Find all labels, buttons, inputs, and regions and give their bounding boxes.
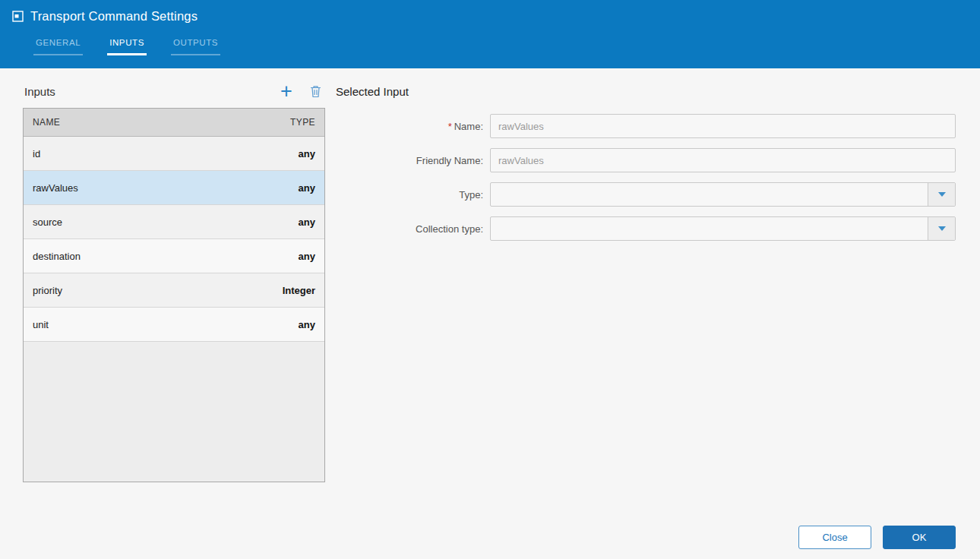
inputs-panel-actions: + xyxy=(277,81,325,101)
selected-input-panel: Selected Input *Name: Friendly Name: Typ… xyxy=(334,85,956,251)
tab-general[interactable]: GENERAL xyxy=(33,35,83,55)
tab-bar: GENERAL INPUTS OUTPUTS xyxy=(33,35,220,55)
selected-input-title: Selected Input xyxy=(334,85,956,98)
collection-type-select-value xyxy=(491,217,928,240)
friendly-name-input[interactable] xyxy=(490,148,956,172)
inputs-panel-title: Inputs xyxy=(23,85,55,98)
dialog-title-row: Transport Command Settings xyxy=(12,9,198,24)
table-row-destination[interactable]: destination any xyxy=(24,239,324,273)
tab-inputs[interactable]: INPUTS xyxy=(107,35,147,55)
table-row-unit[interactable]: unit any xyxy=(24,308,324,342)
plus-icon: + xyxy=(280,81,292,102)
name-label: *Name: xyxy=(334,121,490,132)
dialog-title: Transport Command Settings xyxy=(30,9,198,24)
type-label: Type: xyxy=(334,189,490,201)
required-marker: * xyxy=(448,121,452,132)
friendly-name-field-row: Friendly Name: xyxy=(334,148,956,172)
dialog-footer: Close OK xyxy=(798,526,956,549)
chevron-down-icon xyxy=(938,192,946,197)
inputs-table: NAME TYPE id any rawValues any source an… xyxy=(23,108,325,482)
table-row-priority[interactable]: priority Integer xyxy=(24,273,324,308)
dialog-header: Transport Command Settings GENERAL INPUT… xyxy=(0,0,980,68)
table-row-rawvalues[interactable]: rawValues any xyxy=(24,171,324,205)
collection-type-field-row: Collection type: xyxy=(334,216,956,241)
column-header-name: NAME xyxy=(33,117,60,128)
table-row-source[interactable]: source any xyxy=(24,205,324,239)
friendly-name-label: Friendly Name: xyxy=(334,155,490,166)
close-button[interactable]: Close xyxy=(798,526,871,549)
table-row-id[interactable]: id any xyxy=(24,137,324,171)
type-select-value xyxy=(491,183,928,206)
trash-icon xyxy=(310,85,321,98)
collection-type-select-button[interactable] xyxy=(928,217,955,240)
collection-type-label: Collection type: xyxy=(334,223,490,235)
ok-button[interactable]: OK xyxy=(883,526,956,549)
delete-input-button[interactable] xyxy=(305,81,325,101)
name-input[interactable] xyxy=(490,114,956,138)
name-field-row: *Name: xyxy=(334,114,956,138)
type-select[interactable] xyxy=(490,182,956,207)
chevron-down-icon xyxy=(938,226,946,231)
collection-type-select[interactable] xyxy=(490,216,956,241)
add-input-button[interactable]: + xyxy=(277,81,296,101)
dialog-window-icon xyxy=(12,11,24,22)
inputs-panel-header: Inputs + xyxy=(23,79,325,103)
column-header-type: TYPE xyxy=(290,117,315,128)
type-field-row: Type: xyxy=(334,182,956,207)
inputs-table-header: NAME TYPE xyxy=(24,109,324,137)
type-select-button[interactable] xyxy=(928,183,955,206)
tab-outputs[interactable]: OUTPUTS xyxy=(171,35,220,55)
